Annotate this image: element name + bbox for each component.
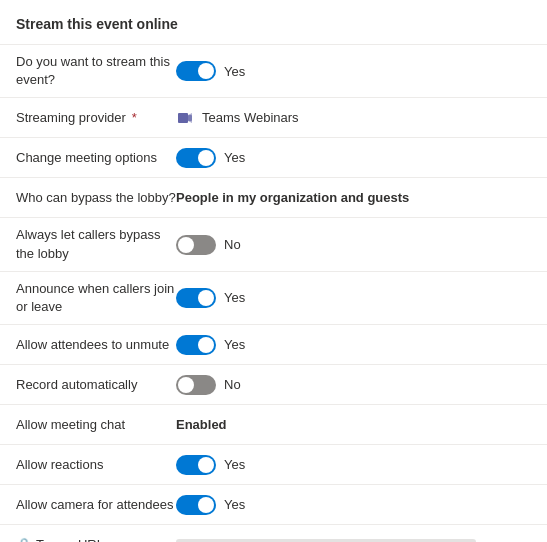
label-streaming-provider: Streaming provider * — [16, 109, 176, 127]
toggle-label-allow-reactions: Yes — [224, 457, 245, 472]
label-announce-callers: Announce when callers join or leave — [16, 280, 176, 316]
value-allow-unmute: Yes — [176, 335, 531, 355]
value-streaming-provider: Teams Webinars — [176, 109, 531, 127]
label-allow-reactions: Allow reactions — [16, 456, 176, 474]
row-streaming-provider: Streaming provider * Teams Webinars — [0, 97, 547, 137]
toggle-knob — [198, 497, 214, 513]
toggle-knob — [178, 377, 194, 393]
teams-webinars-icon — [176, 109, 194, 127]
toggle-knob — [198, 290, 214, 306]
label-record-automatically: Record automatically — [16, 376, 176, 394]
teams-url-blurred — [176, 539, 476, 542]
row-change-meeting-options: Change meeting options Yes — [0, 137, 547, 177]
toggle-allow-unmute[interactable] — [176, 335, 216, 355]
value-teams-url — [176, 539, 531, 542]
value-callers-bypass-lobby: No — [176, 235, 531, 255]
label-stream-event: Do you want to stream this event? — [16, 53, 176, 89]
toggle-record-automatically[interactable] — [176, 375, 216, 395]
toggle-change-meeting-options[interactable] — [176, 148, 216, 168]
label-change-meeting-options: Change meeting options — [16, 149, 176, 167]
row-allow-reactions: Allow reactions Yes — [0, 444, 547, 484]
row-record-automatically: Record automatically No — [0, 364, 547, 404]
toggle-knob — [178, 237, 194, 253]
label-allow-meeting-chat: Allow meeting chat — [16, 416, 176, 434]
row-allow-camera: Allow camera for attendees Yes — [0, 484, 547, 524]
provider-name: Teams Webinars — [202, 110, 299, 125]
required-star: * — [132, 109, 137, 127]
row-announce-callers: Announce when callers join or leave Yes — [0, 271, 547, 324]
value-announce-callers: Yes — [176, 288, 531, 308]
toggle-callers-bypass-lobby[interactable] — [176, 235, 216, 255]
toggle-allow-camera[interactable] — [176, 495, 216, 515]
toggle-allow-reactions[interactable] — [176, 455, 216, 475]
toggle-knob — [198, 337, 214, 353]
label-allow-unmute: Allow attendees to unmute — [16, 336, 176, 354]
svg-marker-2 — [188, 113, 192, 123]
row-allow-unmute: Allow attendees to unmute Yes — [0, 324, 547, 364]
toggle-label-allow-camera: Yes — [224, 497, 245, 512]
toggle-label-record-automatically: No — [224, 377, 241, 392]
toggle-label-allow-unmute: Yes — [224, 337, 245, 352]
row-stream-event: Do you want to stream this event? Yes — [0, 44, 547, 97]
toggle-stream-event[interactable] — [176, 61, 216, 81]
meeting-chat-value: Enabled — [176, 417, 227, 432]
bypass-lobby-value: People in my organization and guests — [176, 190, 409, 205]
toggle-label-stream-event: Yes — [224, 64, 245, 79]
svg-rect-0 — [178, 113, 188, 123]
row-allow-meeting-chat: Allow meeting chat Enabled — [0, 404, 547, 444]
toggle-knob — [198, 150, 214, 166]
row-callers-bypass-lobby: Always let callers bypass the lobby No — [0, 217, 547, 270]
value-change-meeting-options: Yes — [176, 148, 531, 168]
value-allow-reactions: Yes — [176, 455, 531, 475]
row-bypass-lobby: Who can bypass the lobby? People in my o… — [0, 177, 547, 217]
value-allow-meeting-chat: Enabled — [176, 417, 531, 432]
value-stream-event: Yes — [176, 61, 531, 81]
toggle-knob — [198, 457, 214, 473]
section-title: Stream this event online — [0, 16, 547, 44]
value-bypass-lobby: People in my organization and guests — [176, 190, 531, 205]
row-teams-url: 🔒 Teams URL — [0, 524, 547, 542]
stream-event-panel: Stream this event online Do you want to … — [0, 0, 547, 542]
toggle-knob — [198, 63, 214, 79]
value-allow-camera: Yes — [176, 495, 531, 515]
label-bypass-lobby: Who can bypass the lobby? — [16, 189, 176, 207]
value-record-automatically: No — [176, 375, 531, 395]
toggle-label-callers-bypass-lobby: No — [224, 237, 241, 252]
label-callers-bypass-lobby: Always let callers bypass the lobby — [16, 226, 176, 262]
label-teams-url: 🔒 Teams URL — [16, 536, 176, 542]
lock-icon-url: 🔒 — [16, 536, 32, 542]
label-allow-camera: Allow camera for attendees — [16, 496, 176, 514]
toggle-announce-callers[interactable] — [176, 288, 216, 308]
toggle-label-announce-callers: Yes — [224, 290, 245, 305]
toggle-label-change-meeting-options: Yes — [224, 150, 245, 165]
